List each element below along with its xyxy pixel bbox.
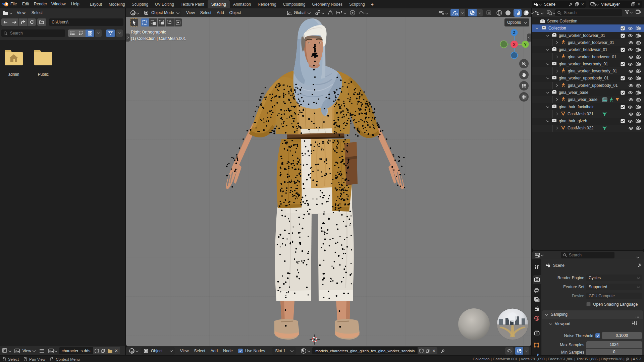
svg-text:Y: Y xyxy=(524,43,527,47)
svg-text:Z: Z xyxy=(513,31,516,35)
svg-text:X: X xyxy=(513,43,516,47)
